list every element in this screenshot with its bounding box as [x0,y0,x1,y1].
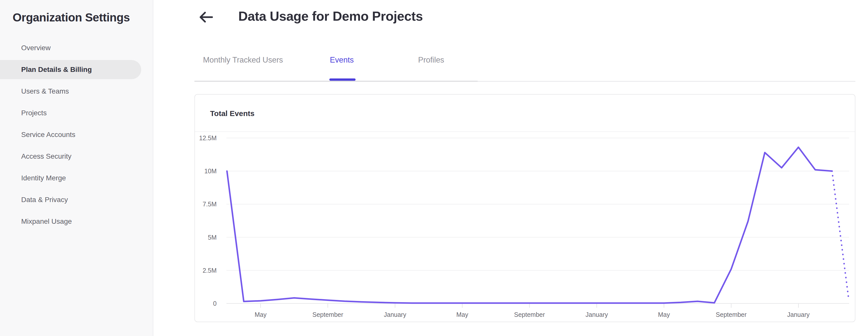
tab-events[interactable]: Events [330,56,354,64]
svg-text:January: January [787,311,810,318]
chart-title: Total Events [210,109,254,118]
sidebar-item-mixpanel-usage[interactable]: Mixpanel Usage [0,212,141,231]
svg-text:May: May [456,311,468,318]
svg-text:12.5M: 12.5M [199,134,217,142]
svg-text:May: May [658,311,670,318]
tabs-divider-extension [477,81,856,82]
svg-text:5M: 5M [208,234,217,241]
sidebar-item-identity-merge[interactable]: Identity Merge [0,169,141,188]
tab-profiles[interactable]: Profiles [418,56,444,64]
sidebar-item-plan-details-billing[interactable]: Plan Details & Billing [0,60,141,79]
sidebar-nav: Overview Plan Details & Billing Users & … [0,38,141,234]
tabs-divider [194,81,477,82]
sidebar-item-service-accounts[interactable]: Service Accounts [0,125,141,144]
tab-monthly-tracked-users[interactable]: Monthly Tracked Users [203,56,283,64]
arrow-left-icon [199,10,214,25]
svg-text:January: January [384,311,406,318]
svg-text:September: September [514,311,545,318]
sidebar-item-projects[interactable]: Projects [0,103,141,123]
back-button[interactable] [198,9,214,26]
sidebar: Organization Settings Overview Plan Deta… [0,0,153,336]
sidebar-title: Organization Settings [12,10,130,24]
sidebar-item-overview[interactable]: Overview [0,38,141,58]
svg-text:10M: 10M [204,167,217,175]
sidebar-item-access-security[interactable]: Access Security [0,147,141,166]
svg-text:May: May [255,311,267,318]
sidebar-item-data-privacy[interactable]: Data & Privacy [0,190,141,209]
chart-canvas: 12.5M10M7.5M5M2.5M0MaySeptemberJanuaryMa… [195,132,855,322]
active-tab-underline [329,79,355,81]
svg-text:September: September [716,311,746,318]
sidebar-item-users-teams[interactable]: Users & Teams [0,82,141,101]
total-events-card: Total Events 12.5M10M7.5M5M2.5M0MaySepte… [194,94,856,322]
card-header: Total Events [195,95,855,132]
svg-text:September: September [312,311,343,318]
total-events-line-chart: 12.5M10M7.5M5M2.5M0MaySeptemberJanuaryMa… [195,132,855,322]
svg-text:0: 0 [213,300,217,307]
svg-text:2.5M: 2.5M [203,267,217,274]
svg-text:January: January [586,311,608,318]
org-settings-page: { "sidebar": { "title": "Organization Se… [0,0,868,336]
page-title: Data Usage for Demo Projects [238,8,423,24]
svg-text:7.5M: 7.5M [203,201,217,208]
